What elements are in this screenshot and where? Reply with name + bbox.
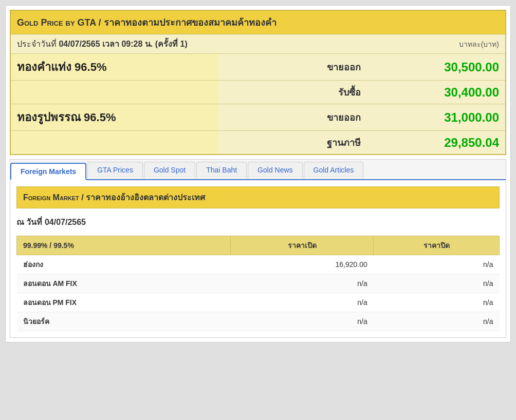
tab-gold-articles[interactable]: Gold Articles	[304, 162, 364, 179]
fm-title: Foreign Market / ราคาทองอ้างอิงตลาดต่างป…	[16, 186, 500, 208]
unit-text: บาทละ(บาท)	[459, 39, 499, 50]
fm-market-name: ลอนดอน PM FIX	[17, 293, 231, 312]
tab-gold-spot[interactable]: Gold Spot	[144, 162, 195, 179]
price-label	[11, 81, 218, 104]
gold-price-section: Gold Price by GTA / ราคาทองตามประกาศของส…	[10, 10, 506, 155]
gold-price-title: Gold Price by GTA / ราคาทองตามประกาศของส…	[11, 11, 505, 34]
price-action: ฐานภาษี	[218, 131, 367, 155]
fm-date: ณ วันที่ 04/07/2565	[16, 214, 500, 231]
price-row: รับซื้อ30,400.00	[11, 81, 505, 104]
fm-market-name: ลอนดอน AM FIX	[17, 274, 231, 293]
date-prefix: ประจำวันที่	[17, 40, 57, 48]
fm-table: 99.99% / 99.5% ราคาเปิด ราคาปิด ฮ่องกง16…	[16, 236, 500, 331]
price-action: รับซื้อ	[218, 81, 367, 104]
fm-col2-header: ราคาเปิด	[231, 236, 374, 255]
price-value: 31,000.00	[367, 104, 505, 131]
fm-col1-header: 99.99% / 99.5%	[17, 236, 231, 255]
foreign-market-content: Foreign Market / ราคาทองอ้างอิงตลาดต่างป…	[16, 186, 500, 331]
fm-open-price: n/a	[231, 312, 374, 331]
fm-row: ลอนดอน PM FIXn/an/a	[17, 293, 500, 312]
fm-close-price: n/a	[374, 293, 500, 312]
price-row: ทองรูปพรรณ 96.5%ขายออก31,000.00	[11, 104, 505, 131]
tabs-bar: Foreign MarketsGTA PricesGold SpotThai B…	[10, 160, 506, 180]
tab-gold-news[interactable]: Gold News	[248, 162, 302, 179]
price-row: ทองคำแท่ง 96.5%ขายออก30,500.00	[11, 54, 505, 81]
fm-row: ฮ่องกง16,920.00n/a	[17, 255, 500, 274]
fm-row: ลอนดอน AM FIXn/an/a	[17, 274, 500, 293]
price-value: 30,400.00	[367, 81, 505, 104]
price-row: ฐานภาษี29,850.04	[11, 131, 505, 155]
price-action: ขายออก	[218, 104, 367, 131]
price-value: 29,850.04	[367, 131, 505, 155]
price-action: ขายออก	[218, 54, 367, 81]
date-value: 04/07/2565 เวลา 09:28 น. (ครั้งที่ 1)	[59, 40, 187, 48]
price-label	[11, 131, 218, 155]
tab-gta-prices[interactable]: GTA Prices	[87, 162, 143, 179]
fm-open-price: n/a	[231, 274, 374, 293]
fm-open-price: n/a	[231, 293, 374, 312]
fm-market-name: นิวยอร์ค	[17, 312, 231, 331]
fm-close-price: n/a	[374, 274, 500, 293]
price-table: ทองคำแท่ง 96.5%ขายออก30,500.00รับซื้อ30,…	[11, 53, 505, 154]
price-label: ทองรูปพรรณ 96.5%	[11, 104, 218, 131]
tab-thai-baht[interactable]: Thai Baht	[196, 162, 247, 179]
fm-close-price: n/a	[374, 312, 500, 331]
fm-open-price: 16,920.00	[231, 255, 374, 274]
fm-close-price: n/a	[374, 255, 500, 274]
gold-price-subtitle: ประจำวันที่ 04/07/2565 เวลา 09:28 น. (คร…	[11, 34, 505, 53]
fm-market-name: ฮ่องกง	[17, 255, 231, 274]
tabs-section: Foreign MarketsGTA PricesGold SpotThai B…	[10, 159, 506, 338]
fm-col3-header: ราคาปิด	[374, 236, 500, 255]
tab-content: Foreign Market / ราคาทองอ้างอิงตลาดต่างป…	[10, 180, 506, 337]
fm-row: นิวยอร์คn/an/a	[17, 312, 500, 331]
price-value: 30,500.00	[367, 54, 505, 81]
tab-foreign-markets[interactable]: Foreign Markets	[10, 163, 86, 180]
price-label: ทองคำแท่ง 96.5%	[11, 54, 218, 81]
date-info: ประจำวันที่ 04/07/2565 เวลา 09:28 น. (คร…	[17, 37, 188, 50]
main-container: Gold Price by GTA / ราคาทองตามประกาศของส…	[5, 5, 511, 342]
